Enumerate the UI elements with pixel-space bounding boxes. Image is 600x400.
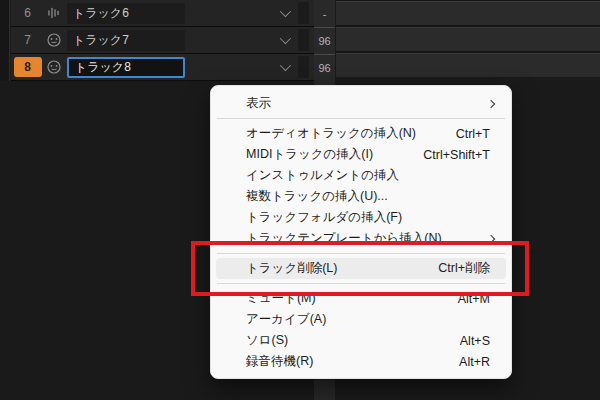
menu-item-mute[interactable]: ミュート(M) Alt+M	[216, 288, 506, 309]
event-display-area	[336, 0, 600, 77]
track-row-7[interactable]: 7 トラック7	[11, 27, 314, 53]
track-list: 6 トラック6 7	[11, 0, 314, 81]
track-name-field-editing[interactable]: トラック8	[67, 57, 185, 78]
midi-track-icon	[44, 59, 64, 75]
track-number-selected: 8	[11, 57, 44, 77]
track-name: トラック6	[73, 5, 129, 22]
shortcut-label: Ctrl+Shift+T	[423, 148, 490, 162]
track-row-6[interactable]: 6 トラック6	[11, 0, 314, 26]
chevron-down-icon[interactable]	[280, 33, 291, 44]
track-name-field[interactable]: トラック6	[67, 3, 185, 24]
track-name: トラック8	[75, 59, 131, 76]
event-lane[interactable]	[336, 53, 600, 77]
shortcut-label: Ctrl+削除	[438, 260, 490, 277]
menu-separator	[217, 118, 505, 119]
shortcut-label: Ctrl+T	[456, 127, 490, 141]
track-name-field[interactable]: トラック7	[67, 30, 185, 51]
track-value: -	[314, 0, 335, 27]
selected-track-badge: 8	[14, 57, 42, 77]
shortcut-label: Alt+R	[459, 355, 490, 369]
submenu-arrow-icon	[487, 99, 495, 107]
menu-item-delete-track[interactable]: トラック削除(L) Ctrl+削除	[216, 258, 506, 279]
menu-item-solo[interactable]: ソロ(S) Alt+S	[216, 330, 506, 351]
chevron-down-icon[interactable]	[280, 60, 291, 71]
track-mini-control[interactable]	[298, 56, 309, 78]
menu-item-insert-audio-track[interactable]: オーディオトラックの挿入(N) Ctrl+T	[216, 123, 506, 144]
shortcut-label: Alt+S	[460, 334, 490, 348]
midi-track-icon	[44, 32, 64, 48]
menu-item-record-enable[interactable]: 録音待機(R) Alt+R	[216, 351, 506, 372]
menu-item-insert-multiple-tracks[interactable]: 複数トラックの挿入(U)...	[216, 186, 506, 207]
track-context-menu: 表示 オーディオトラックの挿入(N) Ctrl+T MIDIトラックの挿入(I)…	[210, 85, 512, 379]
event-lane[interactable]	[336, 27, 600, 51]
track-row-8-selected[interactable]: 8 トラック8	[11, 54, 314, 80]
track-list-left-strip	[0, 0, 10, 81]
menu-separator	[217, 283, 505, 284]
track-mini-control[interactable]	[298, 2, 309, 24]
menu-item-insert-from-track-template[interactable]: トラックテンプレートから挿入(N)	[216, 228, 506, 249]
track-value: 96	[314, 27, 335, 54]
menu-item-show[interactable]: 表示	[216, 93, 506, 114]
track-number: 6	[11, 6, 44, 20]
menu-item-insert-instrument[interactable]: インストゥルメントの挿入	[216, 165, 506, 186]
track-value: 96	[314, 54, 335, 81]
track-number: 7	[11, 33, 44, 47]
menu-item-insert-midi-track[interactable]: MIDIトラックの挿入(I) Ctrl+Shift+T	[216, 144, 506, 165]
track-name: トラック7	[73, 32, 129, 49]
menu-item-insert-track-folder[interactable]: トラックフォルダの挿入(F)	[216, 207, 506, 228]
menu-separator	[217, 253, 505, 254]
audio-track-icon	[44, 5, 64, 21]
track-mini-control[interactable]	[298, 29, 309, 51]
shortcut-label: Alt+M	[458, 292, 490, 306]
submenu-arrow-icon	[487, 234, 495, 242]
menu-item-archive[interactable]: アーカイブ(A)	[216, 309, 506, 330]
event-lane[interactable]	[336, 1, 600, 25]
chevron-down-icon[interactable]	[280, 6, 291, 17]
